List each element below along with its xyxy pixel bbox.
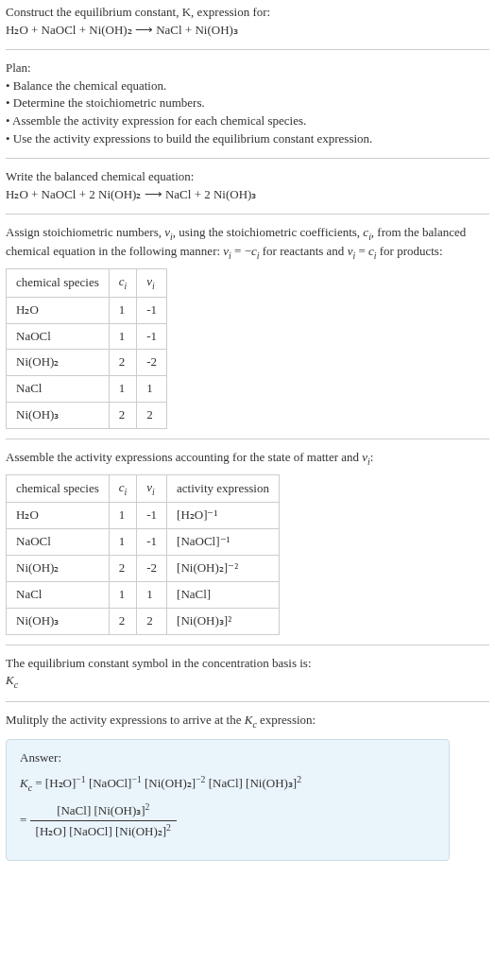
- fraction-numerator: [NaCl] [Ni(OH)₃]2: [30, 800, 177, 821]
- table-row: Ni(OH)₃22[Ni(OH)₃]²: [7, 608, 280, 634]
- table-row: H₂O1-1[H₂O]⁻¹: [7, 503, 280, 529]
- cell: 2: [137, 403, 167, 429]
- divider: [6, 701, 489, 702]
- cell: [NaCl]: [167, 581, 280, 608]
- col-species: chemical species: [7, 269, 110, 298]
- divider: [6, 49, 489, 50]
- cell: NaCl: [7, 581, 110, 608]
- text: , using the stoichiometric coefficients,: [173, 225, 364, 239]
- balanced-title: Write the balanced chemical equation:: [6, 168, 489, 186]
- table-row: Ni(OH)₃22: [7, 403, 167, 429]
- plan-item: • Balance the chemical equation.: [6, 77, 489, 95]
- divider: [6, 438, 489, 439]
- table-row: NaOCl1-1[NaOCl]⁻¹: [7, 529, 280, 556]
- kc-letter: K: [6, 673, 14, 687]
- assemble-paragraph: Assemble the activity expressions accoun…: [6, 449, 489, 469]
- fraction-denominator: [H₂O] [NaOCl] [Ni(OH)₂]2: [30, 821, 177, 841]
- col-ci: ci: [109, 269, 137, 298]
- text: for reactants and: [260, 244, 348, 258]
- text: Assemble the activity expressions accoun…: [6, 450, 362, 464]
- cell: [Ni(OH)₃]²: [167, 608, 280, 634]
- cell: NaOCl: [7, 529, 110, 556]
- balanced-equation: H₂O + NaOCl + 2 Ni(OH)₂ ⟶ NaCl + 2 Ni(OH…: [6, 186, 489, 204]
- table-row: NaOCl1-1: [7, 323, 167, 350]
- cell: [H₂O]⁻¹: [167, 503, 280, 529]
- col-vi: νi: [137, 474, 167, 503]
- cell: NaOCl: [7, 323, 110, 350]
- cell: NaCl: [7, 376, 110, 403]
- col-species: chemical species: [7, 474, 110, 503]
- answer-line1: Kc = [H₂O]−1 [NaOCl]−1 [Ni(OH)₂]−2 [NaCl…: [20, 773, 435, 795]
- answer-box: Answer: Kc = [H₂O]−1 [NaOCl]−1 [Ni(OH)₂]…: [6, 739, 450, 861]
- text: expression:: [257, 713, 316, 727]
- cell: [NaOCl]⁻¹: [167, 529, 280, 556]
- answer-line2: = [NaCl] [Ni(OH)₃]2 [H₂O] [NaOCl] [Ni(OH…: [20, 800, 435, 841]
- cell: Ni(OH)₃: [7, 608, 110, 634]
- kc-symbol: Kc: [6, 672, 489, 692]
- cell: 1: [109, 529, 137, 556]
- text: Mulitply the activity expressions to arr…: [6, 713, 245, 727]
- table-row: Ni(OH)₂2-2[Ni(OH)₂]⁻²: [7, 556, 280, 582]
- table-row: NaCl11[NaCl]: [7, 581, 280, 608]
- eq-const-text: The equilibrium constant symbol in the c…: [6, 655, 489, 673]
- cell: Ni(OH)₂: [7, 350, 110, 376]
- cell: [Ni(OH)₂]⁻²: [167, 556, 280, 582]
- plan-item: • Determine the stoichiometric numbers.: [6, 95, 489, 112]
- stoichiometry-table: chemical species ci νi H₂O1-1 NaOCl1-1 N…: [6, 268, 167, 429]
- cell: 2: [109, 350, 137, 376]
- cell: 1: [137, 376, 167, 403]
- kc-sub: c: [14, 679, 18, 690]
- cell: Ni(OH)₂: [7, 556, 110, 582]
- table-row: H₂O1-1: [7, 297, 167, 323]
- cell: -2: [137, 556, 167, 582]
- cell: -1: [137, 529, 167, 556]
- fraction: [NaCl] [Ni(OH)₃]2 [H₂O] [NaOCl] [Ni(OH)₂…: [30, 800, 177, 841]
- divider: [6, 214, 489, 215]
- cell: 1: [137, 581, 167, 608]
- plan-item: • Assemble the activity expression for e…: [6, 112, 489, 130]
- answer-label: Answer:: [20, 749, 435, 767]
- plan-title: Plan:: [6, 60, 489, 77]
- text: :: [370, 450, 374, 464]
- cell: 2: [109, 556, 137, 582]
- cell: 2: [109, 608, 137, 634]
- cell: H₂O: [7, 503, 110, 529]
- col-activity: activity expression: [167, 474, 280, 503]
- cell: 1: [109, 297, 137, 323]
- table-header-row: chemical species ci νi: [7, 269, 167, 298]
- activity-table: chemical species ci νi activity expressi…: [6, 474, 280, 635]
- plan-item: • Use the activity expressions to build …: [6, 130, 489, 148]
- cell: H₂O: [7, 297, 110, 323]
- table-header-row: chemical species ci νi activity expressi…: [7, 474, 280, 503]
- table-row: Ni(OH)₂2-2: [7, 350, 167, 376]
- col-ci: ci: [109, 474, 137, 503]
- cell: 2: [109, 403, 137, 429]
- cell: -2: [137, 350, 167, 376]
- divider: [6, 158, 489, 159]
- col-vi: νi: [137, 269, 167, 298]
- cell: 1: [109, 376, 137, 403]
- multiply-paragraph: Mulitply the activity expressions to arr…: [6, 712, 489, 731]
- cell: 1: [109, 323, 137, 350]
- cell: 2: [137, 608, 167, 634]
- text: for products:: [376, 244, 442, 258]
- cell: Ni(OH)₃: [7, 403, 110, 429]
- table-row: NaCl11: [7, 376, 167, 403]
- intro-line1: Construct the equilibrium constant, K, e…: [6, 4, 489, 22]
- cell: 1: [109, 503, 137, 529]
- cell: 1: [109, 581, 137, 608]
- cell: -1: [137, 503, 167, 529]
- cell: -1: [137, 297, 167, 323]
- divider: [6, 645, 489, 645]
- text: Assign stoichiometric numbers,: [6, 225, 164, 239]
- assign-paragraph: Assign stoichiometric numbers, νi, using…: [6, 224, 489, 263]
- unbalanced-equation: H₂O + NaOCl + Ni(OH)₂ ⟶ NaCl + Ni(OH)₃: [6, 22, 489, 40]
- cell: -1: [137, 323, 167, 350]
